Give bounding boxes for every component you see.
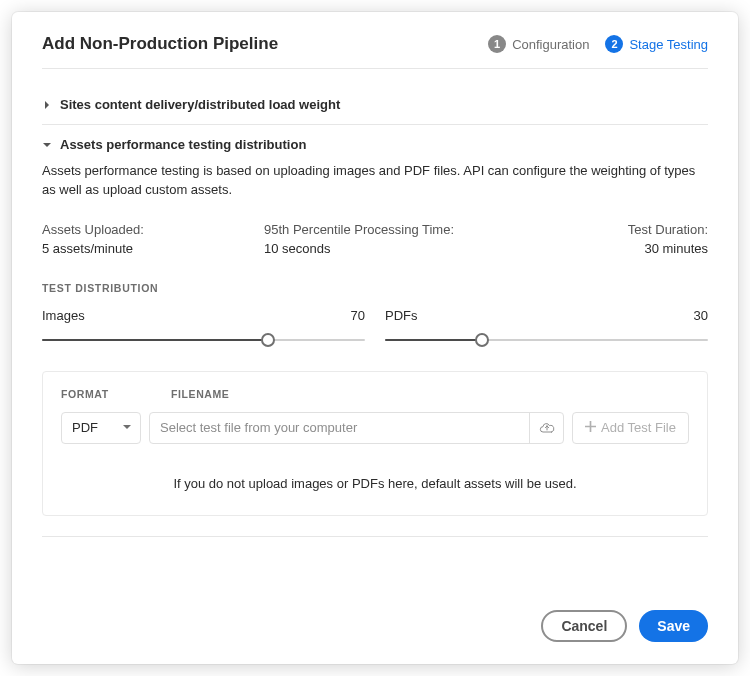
upload-note: If you do not upload images or PDFs here… [61,476,689,491]
slider-pdfs-value: 30 [694,308,708,323]
section-description: Assets performance testing is based on u… [42,162,708,200]
slider-images[interactable]: Images 70 [42,308,365,347]
add-pipeline-dialog: Add Non-Production Pipeline 1 Configurat… [12,12,738,664]
chevron-down-icon [42,140,52,150]
test-distribution-heading: TEST DISTRIBUTION [42,282,708,294]
save-button[interactable]: Save [639,610,708,642]
chevron-right-icon [42,100,52,110]
column-format: FORMAT [61,388,141,400]
upload-panel: FORMAT FILENAME PDF Select test file fro… [42,371,708,516]
upload-cloud-icon[interactable] [529,413,563,443]
dialog-title: Add Non-Production Pipeline [42,34,278,54]
slider-thumb[interactable] [261,333,275,347]
step-indicator: 1 Configuration 2 Stage Testing [488,35,708,53]
slider-images-value: 70 [351,308,365,323]
column-filename: FILENAME [171,388,229,400]
plus-icon [585,420,596,435]
slider-pdfs-label: PDFs [385,308,418,323]
metric-p95-time: 95th Percentile Processing Time: 10 seco… [264,222,486,256]
step-stage-testing[interactable]: 2 Stage Testing [605,35,708,53]
background-table-header: DEPLOYED CODE REPOSITORY BRANCH ENVIRONM… [0,0,750,6]
slider-images-label: Images [42,308,85,323]
add-test-file-button[interactable]: Add Test File [572,412,689,444]
cancel-button[interactable]: Cancel [541,610,627,642]
file-placeholder: Select test file from your computer [150,413,529,443]
file-input[interactable]: Select test file from your computer [149,412,564,444]
section-sites-content-delivery[interactable]: Sites content delivery/distributed load … [42,97,708,112]
slider-pdfs[interactable]: PDFs 30 [385,308,708,347]
chevron-down-icon [122,420,132,435]
format-select[interactable]: PDF [61,412,141,444]
step-configuration[interactable]: 1 Configuration [488,35,589,53]
slider-thumb[interactable] [475,333,489,347]
metric-assets-uploaded: Assets Uploaded: 5 assets/minute [42,222,264,256]
section-assets-performance[interactable]: Assets performance testing distribution [42,137,708,152]
metric-test-duration: Test Duration: 30 minutes [486,222,708,256]
